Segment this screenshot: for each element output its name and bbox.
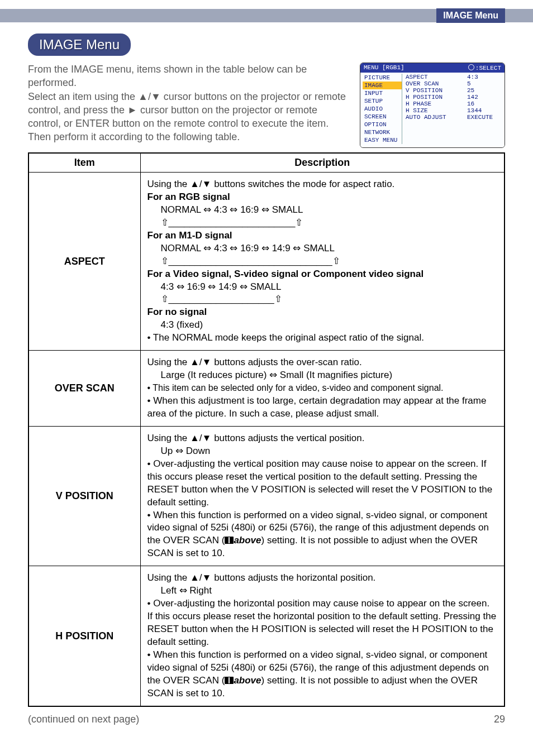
- footer: (continued on next page) 29: [0, 712, 533, 731]
- osd-right-row: OVER SCAN5: [406, 80, 502, 87]
- osd-select-label: :SELECT: [468, 64, 501, 71]
- osd-right-value: 4:3: [467, 74, 478, 80]
- text: NORMAL ⇔ 4:3 ⇔ 16:9 ⇔ SMALL: [147, 204, 498, 217]
- table-row: OVER SCAN Using the ▲/▼ buttons adjusts …: [28, 351, 505, 427]
- osd-left-item: PICTURE: [363, 74, 402, 82]
- text: Using the ▲/▼ buttons adjusts the vertic…: [147, 433, 365, 443]
- text: Left ⇔ Right: [147, 585, 498, 597]
- subhead: For an RGB signal: [147, 192, 230, 202]
- osd-right-label: AUTO ADJUST: [406, 114, 467, 121]
- subhead: For an M1-D signal: [147, 230, 232, 241]
- osd-right-value: 142: [467, 94, 478, 101]
- ref: above: [234, 535, 261, 546]
- col-header-description: Description: [140, 153, 505, 173]
- settings-table: Item Description ASPECT Using the ▲/▼ bu…: [28, 152, 505, 707]
- osd-right-value: 5: [467, 80, 471, 87]
- osd-right-row: ASPECT4:3: [406, 74, 502, 80]
- osd-title-bar: MENU [RGB1] :SELECT: [360, 63, 505, 73]
- book-icon: [225, 677, 234, 684]
- osd-right-value: 1344: [467, 107, 482, 114]
- text: • The NORMAL mode keeps the original asp…: [147, 332, 424, 343]
- subhead: For a Video signal, S-video signal or Co…: [147, 269, 424, 279]
- osd-body: PICTUREIMAGEINPUTSETUPAUDIOSCREENOPTIONN…: [360, 73, 505, 147]
- osd-right-label: V POSITION: [406, 87, 467, 94]
- ref: above: [234, 675, 261, 686]
- text: Using the ▲/▼ buttons switches the mode …: [147, 179, 395, 189]
- header-bar: IMAGE Menu: [0, 0, 533, 22]
- osd-left-item: AUDIO: [363, 105, 402, 113]
- osd-right-label: H SIZE: [406, 107, 467, 114]
- osd-right-label: OVER SCAN: [406, 80, 467, 87]
- table-row: ASPECT Using the ▲/▼ buttons switches th…: [28, 173, 505, 351]
- text: • This item can be selected only for a v…: [147, 383, 444, 393]
- desc-overscan: Using the ▲/▼ buttons adjusts the over-s…: [140, 351, 505, 427]
- osd-right-label: ASPECT: [406, 74, 467, 80]
- osd-left-column: PICTUREIMAGEINPUTSETUPAUDIOSCREENOPTIONN…: [363, 74, 402, 144]
- item-overscan: OVER SCAN: [28, 351, 140, 427]
- intro-row: From the IMAGE menu, items shown in the …: [28, 63, 505, 148]
- book-icon: [225, 537, 234, 544]
- text: 4:3 ⇔ 16:9 ⇔ 14:9 ⇔ SMALL: [147, 281, 498, 294]
- text: Large (It reduces picture) ⇔ Small (It m…: [147, 369, 498, 382]
- page-title: IMAGE Menu: [28, 34, 131, 56]
- osd-left-item: IMAGE: [363, 82, 402, 89]
- col-header-item: Item: [28, 153, 140, 173]
- desc-vposition: Using the ▲/▼ buttons adjusts the vertic…: [140, 426, 505, 566]
- text: 4:3 (fixed): [147, 319, 498, 332]
- text: Using the ▲/▼ buttons adjusts the over-s…: [147, 357, 362, 367]
- text: • Over-adjusting the vertical position m…: [147, 458, 493, 508]
- osd-left-item: SETUP: [363, 97, 402, 105]
- desc-hposition: Using the ▲/▼ buttons adjusts the horizo…: [140, 566, 505, 706]
- osd-right-column: ASPECT4:3OVER SCAN5V POSITION25H POSITIO…: [402, 74, 502, 144]
- subhead: For no signal: [147, 307, 207, 317]
- osd-right-row: V POSITION25: [406, 87, 502, 94]
- osd-menu-label: MENU [RGB1]: [364, 64, 404, 71]
- osd-right-value: 25: [467, 87, 474, 94]
- osd-right-row: H PHASE16: [406, 101, 502, 107]
- osd-right-row: H SIZE1344: [406, 107, 502, 114]
- table-row: H POSITION Using the ▲/▼ buttons adjusts…: [28, 566, 505, 706]
- item-hposition: H POSITION: [28, 566, 140, 706]
- text: Up ⇔ Down: [147, 445, 498, 458]
- page-content: IMAGE Menu From the IMAGE menu, items sh…: [0, 22, 533, 712]
- loop-arrow: ⇧_______________________________⇧: [147, 255, 498, 268]
- osd-right-row: H POSITION142: [406, 94, 502, 101]
- text: • Over-adjusting the horizontal position…: [147, 598, 497, 647]
- desc-aspect: Using the ▲/▼ buttons switches the mode …: [140, 173, 505, 351]
- section-label: IMAGE Menu: [436, 8, 505, 23]
- osd-left-item: INPUT: [363, 89, 402, 97]
- select-icon: [468, 64, 474, 70]
- osd-right-row: AUTO ADJUSTEXECUTE: [406, 114, 502, 121]
- item-aspect: ASPECT: [28, 173, 140, 351]
- text: • When this adjustment is too large, cer…: [147, 395, 487, 419]
- continued-label: (continued on next page): [28, 714, 139, 725]
- osd-left-item: SCREEN: [363, 113, 402, 121]
- text: NORMAL ⇔ 4:3 ⇔ 16:9 ⇔ 14:9 ⇔ SMALL: [147, 242, 498, 255]
- osd-left-item: EASY MENU: [363, 136, 402, 144]
- loop-arrow: ⇧____________________⇧: [147, 293, 498, 306]
- text: Using the ▲/▼ buttons adjusts the horizo…: [147, 572, 376, 583]
- osd-right-label: H POSITION: [406, 94, 467, 101]
- osd-right-label: H PHASE: [406, 101, 467, 107]
- osd-left-item: NETWORK: [363, 128, 402, 136]
- intro-text: From the IMAGE menu, items shown in the …: [28, 63, 349, 148]
- osd-left-item: OPTION: [363, 121, 402, 128]
- osd-right-value: EXECUTE: [467, 114, 493, 121]
- page-number: 29: [494, 714, 505, 725]
- item-vposition: V POSITION: [28, 426, 140, 566]
- loop-arrow: ⇧________________________⇧: [147, 217, 498, 229]
- osd-panel: MENU [RGB1] :SELECT PICTUREIMAGEINPUTSET…: [360, 63, 505, 148]
- table-row: V POSITION Using the ▲/▼ buttons adjusts…: [28, 426, 505, 566]
- osd-right-value: 16: [467, 101, 474, 107]
- title-wrap: IMAGE Menu: [28, 34, 505, 56]
